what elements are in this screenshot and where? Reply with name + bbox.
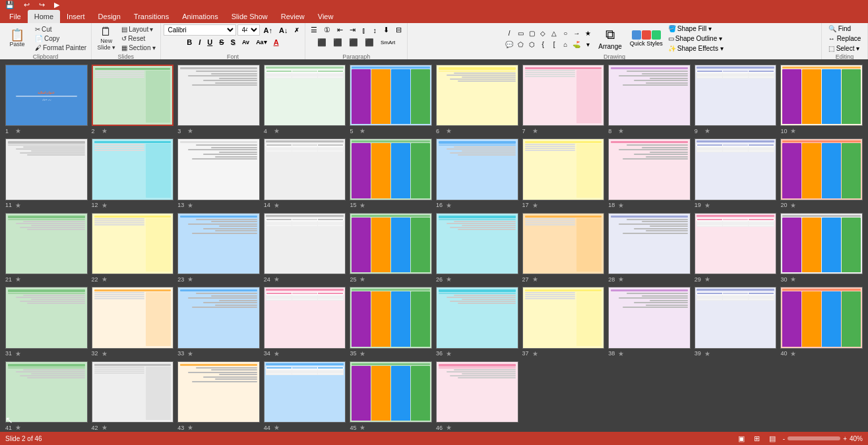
layout-button[interactable]: ▤ Layout ▾ (119, 25, 157, 34)
strikethrough-button[interactable]: S (216, 37, 226, 47)
find-button[interactable]: 🔍 Find (827, 24, 863, 33)
shape-arrow-right[interactable]: → (571, 28, 582, 38)
slide-thumbnail[interactable] (92, 138, 174, 200)
align-right-button[interactable]: ⬛ (346, 37, 361, 48)
slide-thumbnail[interactable] (522, 213, 605, 274)
slide-thumbnail[interactable] (350, 138, 432, 200)
slide-star[interactable]: ★ (446, 350, 452, 357)
slide-thumbnail[interactable] (695, 213, 777, 274)
slide-star[interactable]: ★ (274, 350, 280, 357)
slide-star[interactable]: ★ (446, 424, 452, 431)
slide-star[interactable]: ★ (532, 202, 538, 209)
slide-star[interactable]: ★ (618, 276, 624, 283)
slide-thumbnail[interactable] (608, 213, 691, 274)
slide-thumbnail[interactable] (92, 65, 174, 126)
copy-button[interactable]: 📄 Copy (33, 34, 88, 43)
slide-star[interactable]: ★ (704, 127, 710, 134)
justify-button[interactable]: ⬛ (362, 37, 377, 48)
slide-star[interactable]: ★ (15, 276, 21, 283)
slide-thumbnail[interactable] (695, 287, 777, 348)
slide-star[interactable]: ★ (704, 350, 710, 357)
font-family-select[interactable]: Calibri (164, 24, 236, 36)
shape-hexagon[interactable]: ⬡ (526, 39, 537, 49)
slide-star[interactable]: ★ (274, 127, 280, 134)
slide-thumbnail[interactable] (350, 213, 432, 274)
bullets-button[interactable]: ☰ (308, 24, 320, 36)
select-button[interactable]: ⬚ Select ▾ (827, 44, 863, 53)
redo-button[interactable]: ↪ (36, 0, 47, 10)
slide-thumbnail[interactable] (264, 65, 346, 126)
shape-chevron[interactable]: ⌂ (560, 39, 571, 49)
slide-star[interactable]: ★ (102, 350, 108, 357)
shape-rect[interactable]: ▭ (515, 28, 526, 38)
slide-star[interactable]: ★ (532, 127, 538, 134)
line-spacing-button[interactable]: ↕ (370, 25, 379, 36)
normal-view-button[interactable]: ▣ (736, 434, 747, 444)
slide-star[interactable]: ★ (187, 276, 193, 283)
slide-star[interactable]: ★ (15, 424, 21, 431)
slide-thumbnail[interactable] (5, 138, 88, 200)
slide-thumbnail[interactable] (695, 65, 777, 126)
char-spacing-button[interactable]: Av (239, 38, 252, 47)
reading-view-button[interactable]: ▤ (767, 434, 778, 444)
slide-thumbnail[interactable] (436, 65, 518, 126)
shape-triangle[interactable]: △ (549, 28, 559, 38)
slide-thumbnail[interactable]: عنوان اسلاید زیر عنوان (5, 65, 88, 126)
cut-button[interactable]: ✂ Cut (33, 25, 88, 34)
font-size-select[interactable]: 44 (237, 24, 260, 36)
shape-more[interactable]: ▾ (582, 39, 593, 49)
shape-callout[interactable]: 💬 (504, 39, 514, 49)
slide-star[interactable]: ★ (187, 127, 193, 134)
slide-star[interactable]: ★ (274, 424, 280, 431)
shadow-button[interactable]: S (228, 37, 238, 47)
slide-thumbnail[interactable] (177, 213, 260, 274)
tab-transitions[interactable]: Transitions (127, 10, 175, 23)
save-button[interactable]: 💾 (3, 0, 17, 10)
slide-star[interactable]: ★ (359, 350, 365, 357)
slide-star[interactable]: ★ (359, 424, 365, 431)
slide-star[interactable]: ★ (790, 276, 796, 283)
tab-slideshow[interactable]: Slide Show (225, 10, 274, 23)
slide-star[interactable]: ★ (446, 127, 452, 134)
slide-star[interactable]: ★ (618, 350, 624, 357)
replace-button[interactable]: ↔ Replace (827, 34, 863, 43)
slide-star[interactable]: ★ (532, 350, 538, 357)
new-slide-button[interactable]: 🗒 NewSlide ▾ (94, 24, 118, 53)
align-text-button[interactable]: ⊟ (393, 24, 404, 36)
slide-thumbnail[interactable] (350, 65, 432, 126)
slide-star[interactable]: ★ (15, 350, 21, 357)
section-button[interactable]: ▦ Section ▾ (119, 44, 157, 52)
italic-button[interactable]: I (196, 37, 203, 47)
slide-thumbnail[interactable] (780, 65, 863, 126)
slide-star[interactable]: ★ (187, 350, 193, 357)
slide-star[interactable]: ★ (790, 350, 796, 357)
underline-button[interactable]: U (204, 37, 215, 47)
slide-thumbnail[interactable] (177, 287, 260, 348)
slide-star[interactable]: ★ (618, 127, 624, 134)
slide-thumbnail[interactable] (92, 287, 174, 348)
slide-star[interactable]: ★ (446, 202, 452, 209)
shape-brace[interactable]: { (538, 39, 548, 49)
slide-sorter-button[interactable]: ⊞ (752, 434, 762, 444)
shape-pentagon[interactable]: ⬠ (515, 39, 526, 49)
slide-star[interactable]: ★ (102, 202, 108, 209)
paste-button[interactable]: 📋 Paste (3, 28, 32, 49)
slide-thumbnail[interactable] (350, 287, 432, 348)
zoom-plus[interactable]: + (843, 435, 847, 442)
shrink-font-button[interactable]: A↓ (276, 25, 290, 36)
slide-thumbnail[interactable] (436, 287, 518, 348)
slide-star[interactable]: ★ (790, 202, 796, 209)
slide-star[interactable]: ★ (704, 202, 710, 209)
shape-roundrect[interactable]: ▢ (526, 28, 537, 38)
shape-banner[interactable]: ⛳ (571, 39, 582, 49)
increase-indent-button[interactable]: ⇥ (347, 24, 358, 36)
tab-design[interactable]: Design (92, 10, 127, 23)
shape-effects-button[interactable]: ✨ Shape Effects ▾ (667, 44, 725, 53)
shape-fill-button[interactable]: 🪣 Shape Fill ▾ (667, 24, 725, 33)
quick-styles-button[interactable]: Quick Styles (627, 29, 666, 48)
shape-diamond[interactable]: ◇ (538, 28, 548, 38)
slide-thumbnail[interactable] (780, 287, 863, 348)
slide-star[interactable]: ★ (704, 276, 710, 283)
slide-thumbnail[interactable] (264, 213, 346, 274)
slide-thumbnail[interactable] (264, 138, 346, 200)
